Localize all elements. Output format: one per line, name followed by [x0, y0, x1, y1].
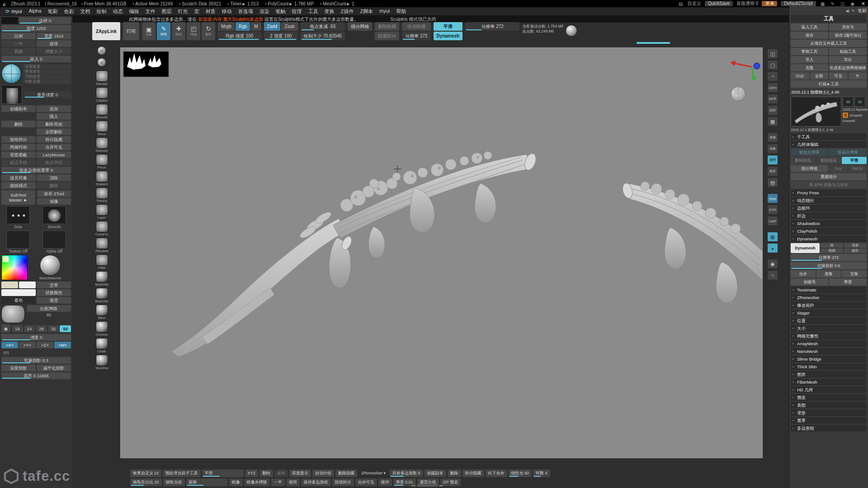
- palette-section-header[interactable]: HD 几何: [791, 386, 867, 393]
- panel-button[interactable]: 厚度: [829, 278, 867, 286]
- bottom-button[interactable]: 双面显示: [289, 469, 311, 477]
- bottom-button[interactable]: 向下合并: [486, 469, 507, 477]
- size-preset[interactable]: 24: [24, 325, 35, 332]
- panel-button[interactable]: 克隆: [791, 64, 828, 71]
- palette-section-header[interactable]: 表面: [791, 402, 867, 408]
- brush-item[interactable]: ZModele: [95, 238, 108, 253]
- tool-palette-title[interactable]: 工具: [791, 15, 867, 23]
- shelf-icon[interactable]: STAT: [767, 205, 778, 215]
- record-icon[interactable]: ◉: [849, 1, 856, 6]
- tray-control[interactable]: 插入: [37, 113, 71, 120]
- panel-button[interactable]: 细分网格: [791, 165, 828, 172]
- palette-section-header[interactable]: Thick Skin: [791, 363, 867, 370]
- dynamesh-button[interactable]: Dynamesh: [434, 32, 463, 40]
- panel-button[interactable]: 将 BPR 转换为几何体: [791, 181, 867, 188]
- brush-item[interactable]: BasicMa: [95, 288, 108, 303]
- smooth-button[interactable]: 平滑: [434, 22, 463, 31]
- shelf-icon[interactable]: ◉: [767, 259, 778, 269]
- palette-section-header[interactable]: 遮罩: [791, 417, 867, 424]
- lightbox-button[interactable]: 灯箱: [123, 22, 139, 40]
- tray-control[interactable]: 拆分隐藏: [37, 136, 71, 143]
- tray-control[interactable]: [1, 282, 18, 288]
- bottom-button[interactable]: 删除隐藏: [335, 469, 357, 477]
- shelf-icon[interactable]: ◒: [767, 243, 778, 253]
- tray-control[interactable]: 两侧对称: [1, 144, 36, 150]
- tray-control[interactable]: >X<: [1, 342, 18, 348]
- bottom-button[interactable]: 膨胀: [186, 479, 228, 486]
- panel-button[interactable]: 粘贴工具: [829, 48, 867, 55]
- match-mesh-button[interactable]: 匹配网格: [27, 305, 71, 312]
- menu-item[interactable]: 笔触: [273, 8, 289, 15]
- see-through-slider[interactable]: 首面透明 0: [736, 0, 758, 7]
- palette-section-header[interactable]: 预览: [791, 394, 867, 401]
- warning-preferences-link[interactable]: 首选项:内存:最大Sculptris多边形: [198, 16, 263, 23]
- palette-section-header[interactable]: 变形: [791, 409, 867, 416]
- panel-button[interactable]: 生成多边形网格物体: [829, 64, 867, 71]
- subsection-header[interactable]: 边循环: [791, 205, 867, 211]
- panel-button[interactable]: 保存:(编号加1): [829, 32, 867, 39]
- scroll-handle[interactable]: [417, 484, 438, 487]
- shelf-icon[interactable]: ▦: [767, 117, 778, 127]
- tray-control[interactable]: 双倍: [37, 40, 71, 47]
- subsection-header[interactable]: Tessimate: [791, 286, 867, 293]
- active-tool-thumbnail[interactable]: [791, 97, 841, 127]
- tray-control[interactable]: 清除: [37, 174, 71, 181]
- brush-item[interactable]: TrimDy: [95, 188, 108, 203]
- brush-item[interactable]: Pinch: [95, 154, 108, 169]
- close-icon[interactable]: ✕: [861, 1, 865, 7]
- menu-item[interactable]: 文件: [142, 8, 159, 15]
- quick-pick-simplebrush[interactable]: SimpleB: [849, 113, 862, 117]
- bottom-button[interactable]: 细纹光 50: [509, 469, 532, 477]
- brush-item[interactable]: Move: [95, 121, 108, 136]
- shelf-icon[interactable]: ▤: [767, 178, 778, 188]
- brush-item[interactable]: Standar: [95, 70, 108, 86]
- bottom-button[interactable]: 自动分组: [312, 469, 334, 477]
- tray-control[interactable]: 渐变: [37, 297, 71, 304]
- tray-control[interactable]: 全部删除: [37, 128, 71, 135]
- shelf-icon[interactable]: 透视: [767, 132, 778, 142]
- brush-palette-title[interactable]: 笔刷: [858, 8, 867, 14]
- palette-section-header[interactable]: 多边形组: [791, 425, 867, 432]
- stroke-picker[interactable]: Smooth: [42, 206, 66, 229]
- menu-item[interactable]: 文档: [77, 8, 94, 15]
- bottom-button[interactable]: 维持: [378, 479, 392, 486]
- nav-option[interactable]: 深度遮罩: [23, 64, 71, 69]
- menu-item[interactable]: 灯光: [175, 8, 191, 15]
- map-picker[interactable]: Alpha Off: [42, 230, 66, 253]
- material-thumbnail[interactable]: [40, 255, 61, 276]
- panel-button[interactable]: GoZ: [791, 72, 809, 80]
- dynamesh-option[interactable]: 投射: [844, 243, 867, 248]
- document-canvas[interactable]: [120, 47, 763, 458]
- zsub-toggle[interactable]: Zsub: [281, 22, 297, 31]
- tray-control[interactable]: 高亮 0.11906: [1, 372, 71, 379]
- pen-icon[interactable]: ✎: [830, 1, 836, 6]
- geometry-section-header[interactable]: 几何体编辑: [791, 141, 867, 148]
- bottom-button[interactable]: 删除: [448, 469, 461, 477]
- bottom-button[interactable]: 镜像并焊接: [244, 479, 270, 486]
- subsection-header[interactable]: ZRemesher: [791, 294, 867, 301]
- tray-control[interactable]: 切换颜色: [37, 289, 71, 296]
- shelf-icon[interactable]: AA半: [767, 94, 778, 104]
- save-ztool-button[interactable]: 保存 ZTool: [37, 190, 71, 197]
- panel-button[interactable]: 删除较低: [791, 157, 816, 164]
- panel-button[interactable]: 重建细分: [791, 173, 867, 180]
- focal-shift-dial[interactable]: [1, 64, 21, 84]
- tray-control[interactable]: 宽度 1914: [37, 33, 71, 39]
- shelf-icon[interactable]: ▢: [767, 60, 778, 70]
- tray-control[interactable]: 填充对象: [1, 174, 36, 181]
- menu-item[interactable]: 帮助: [393, 8, 409, 15]
- quick-pick-brush[interactable]: 32: [843, 97, 854, 107]
- tray-control[interactable]: 调整大小: [37, 48, 71, 55]
- mode-button[interactable]: ✎ 绘制: [157, 22, 170, 40]
- dynamesh-option[interactable]: 组: [821, 243, 843, 248]
- bottom-button[interactable]: 镜像: [229, 479, 243, 486]
- size-preset[interactable]: 50: [60, 325, 71, 332]
- color-picker[interactable]: [1, 255, 28, 280]
- default-zscript-button[interactable]: DefaultZScript: [781, 1, 816, 6]
- subsection-header[interactable]: 动态细分: [791, 197, 867, 204]
- tray-control[interactable]: >Z<: [37, 342, 53, 348]
- mirror-button[interactable]: 镜像: [37, 198, 71, 205]
- tray-control[interactable]: 边框 0: [19, 17, 71, 24]
- tray-control[interactable]: 删除: [1, 121, 36, 127]
- alpha-preview[interactable]: [123, 52, 169, 77]
